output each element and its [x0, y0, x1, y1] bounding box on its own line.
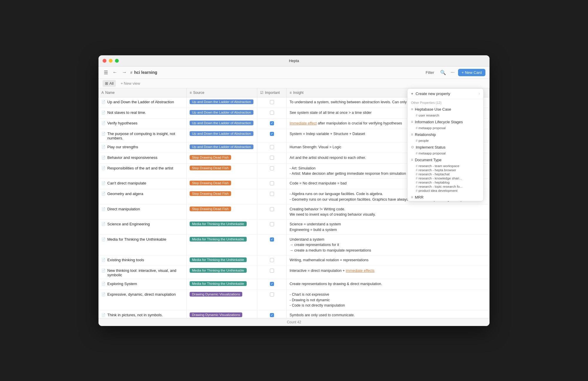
source-tag[interactable]: Media for Thinking the Unthinkable	[190, 268, 247, 273]
dropdown-prop-3[interactable]: ⊙Implement Statusmetaapp proposal	[407, 144, 483, 156]
cell-name[interactable]: 📄Not slaves to real time.	[98, 108, 187, 118]
source-tag[interactable]: Stop Drawing Dead Fish	[190, 207, 231, 211]
row-name-text: Not slaves to real time.	[107, 110, 146, 115]
insight-col-icon: ≡	[290, 91, 292, 95]
cell-name[interactable]: 📄Media for Thinking the Unthinkable	[98, 235, 187, 255]
doc-icon: 📄	[101, 222, 106, 226]
subtag: metaapp proposal	[416, 152, 480, 155]
source-tag[interactable]: Up and Down the Ladder of Abstraction	[190, 144, 253, 149]
tab-all-label: All	[109, 81, 113, 86]
subtag: research - team workspace	[416, 164, 480, 168]
row-name-text: Behavior and responsiveness	[107, 155, 158, 160]
cell-name[interactable]: 📄Direct manipulation	[98, 204, 187, 219]
minimize-button[interactable]	[109, 59, 113, 63]
source-tag[interactable]: Stop Drawing Dead Fish	[190, 166, 231, 170]
row-name-text: Verify hypotheses	[107, 121, 138, 125]
search-button[interactable]: 🔍	[439, 69, 447, 76]
cell-name[interactable]: 📄New thinking tool: interactive, visual,…	[98, 266, 187, 279]
cell-name[interactable]: 📄Play our strengths	[98, 142, 187, 153]
filter-button[interactable]: Filter	[423, 69, 437, 76]
source-tag[interactable]: Drawing Dynamic Visualizations	[190, 312, 242, 317]
cell-source: Up and Down the Ladder of Abstraction	[187, 97, 257, 108]
main-content: A Name ≡ Source ☑ Important ≡ Insight +	[98, 88, 490, 318]
source-tag[interactable]: Stop Drawing Dead Fish	[190, 191, 231, 196]
source-tag[interactable]: Stop Drawing Dead Fish	[190, 155, 231, 160]
tab-all[interactable]: ⊞ All	[103, 80, 116, 87]
dropdown-prop-5[interactable]: ≡MRR	[407, 194, 483, 201]
sidebar-toggle-button[interactable]: ☰	[103, 69, 109, 76]
cell-name[interactable]: 📄Science and Engineering	[98, 219, 187, 234]
back-button[interactable]: ←	[111, 69, 118, 76]
doc-icon: 📄	[101, 121, 106, 125]
cell-name[interactable]: 📄Geometry and algera	[98, 189, 187, 204]
important-checkbox[interactable]	[270, 258, 274, 262]
more-options-button[interactable]: ···	[450, 69, 456, 76]
source-tag[interactable]: Stop Drawing Dead Fish	[190, 181, 231, 185]
close-button[interactable]	[103, 59, 106, 63]
important-checkbox[interactable]	[270, 222, 274, 226]
cell-name[interactable]: 📄Verify hypotheses	[98, 119, 187, 129]
important-checkbox[interactable]	[270, 132, 274, 136]
doc-icon: 📄	[101, 111, 106, 114]
important-checkbox[interactable]	[270, 313, 274, 317]
create-property-button[interactable]: + Create new property ›	[407, 89, 483, 99]
prop-icon: ≡	[411, 195, 413, 199]
cell-name[interactable]: 📄Think in pictures, not in symbols.	[98, 310, 187, 318]
cell-name[interactable]: 📄Responsibilities of the art and the art…	[98, 164, 187, 179]
dropdown-prop-2[interactable]: ≡Relationshippeople	[407, 131, 483, 144]
important-checkbox[interactable]	[270, 181, 274, 185]
doc-icon: 📄	[101, 100, 106, 104]
important-checkbox[interactable]	[270, 237, 274, 242]
cell-source: Stop Drawing Dead Fish	[187, 189, 257, 204]
important-checkbox[interactable]	[270, 282, 274, 286]
important-checkbox[interactable]	[270, 111, 274, 115]
source-tag[interactable]: Media for Thinking the Unthinkable	[190, 222, 247, 226]
important-checkbox[interactable]	[270, 166, 274, 170]
important-checkbox[interactable]	[270, 192, 274, 196]
source-tag[interactable]: Media for Thinking the Unthinkable	[190, 237, 247, 242]
important-checkbox[interactable]	[270, 145, 274, 149]
important-checkbox[interactable]	[270, 121, 274, 125]
cell-name[interactable]: 📄Exploring System	[98, 279, 187, 290]
insight-link[interactable]: Immediate effect	[290, 121, 317, 125]
important-checkbox[interactable]	[270, 269, 274, 273]
cell-name[interactable]: 📄Behavior and responsiveness	[98, 153, 187, 163]
forward-button[interactable]: →	[121, 69, 128, 76]
source-tag[interactable]: Up and Down the Ladder of Abstraction	[190, 99, 253, 104]
insight-link[interactable]: immediate effects	[346, 269, 375, 273]
cell-name[interactable]: 📄Up and Down the Ladder of Abstraction	[98, 97, 187, 108]
source-tag[interactable]: Media for Thinking the Unthinkable	[190, 257, 247, 262]
important-checkbox[interactable]	[270, 100, 274, 104]
cell-important	[257, 142, 287, 153]
row-name-text: The purpose of computing is insight, not…	[107, 132, 183, 140]
cell-name[interactable]: 📄The purpose of computing is insight, no…	[98, 129, 187, 142]
source-tag[interactable]: Media for Thinking the Unthinkable	[190, 281, 247, 286]
cell-source: Media for Thinking the Unthinkable	[187, 279, 257, 290]
cell-insight: - Chart is not expressive- Drawing is no…	[287, 290, 490, 310]
important-checkbox[interactable]	[270, 156, 274, 160]
cell-insight: Writing, mathematical notation = represe…	[287, 255, 490, 266]
prop-icon: ⊙	[411, 145, 414, 149]
important-checkbox[interactable]	[270, 292, 274, 297]
new-view-button[interactable]: + New view	[118, 80, 142, 87]
dropdown-prop-4[interactable]: ≡Document Typeresearch - team workspacer…	[407, 156, 483, 194]
dropdown-prop-1[interactable]: ≡Information Lifecycle Stagesmetaapp pro…	[407, 118, 483, 131]
cell-name[interactable]: 📄Expressive, dynamic, direct manuplation	[98, 290, 187, 310]
cell-insight: Symbols are only used to communicate.	[287, 310, 490, 318]
view-tabs: ⊞ All + New view	[98, 79, 490, 88]
dropdown-prop-0[interactable]: ≡Heptabase Use Caseuser research	[407, 106, 483, 118]
cell-name[interactable]: 📄Can't direct manipulate	[98, 179, 187, 189]
cell-name[interactable]: 📄Existing thinking tools	[98, 255, 187, 266]
doc-icon: 📄	[101, 258, 106, 262]
new-card-button[interactable]: + New Card	[458, 69, 485, 76]
source-tag[interactable]: Drawing Dynamic Visualizations	[190, 292, 242, 297]
source-tag[interactable]: Up and Down the Ladder of Abstraction	[190, 121, 253, 125]
maximize-button[interactable]	[115, 59, 119, 63]
source-tag[interactable]: Up and Down the Ladder of Abstraction	[190, 110, 253, 115]
cell-source: Up and Down the Ladder of Abstraction	[187, 142, 257, 153]
important-checkbox[interactable]	[270, 207, 274, 211]
source-tag[interactable]: Up and Down the Ladder of Abstraction	[190, 131, 253, 136]
breadcrumb-label[interactable]: hci learning	[134, 70, 157, 75]
cell-important	[257, 310, 287, 318]
important-col-label: Important	[265, 91, 280, 95]
